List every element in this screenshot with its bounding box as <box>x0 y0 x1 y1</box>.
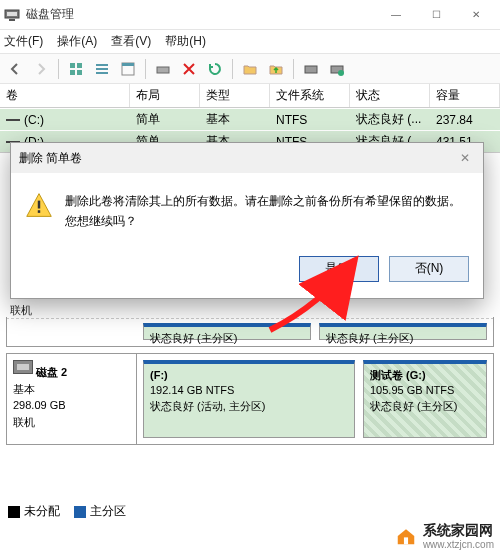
watermark-logo-icon <box>395 525 417 547</box>
col-status[interactable]: 状态 <box>350 84 430 107</box>
view-detail-icon[interactable] <box>117 58 139 80</box>
col-capacity[interactable]: 容量 <box>430 84 500 107</box>
volume-row[interactable]: (C:) 简单 基本 NTFS 状态良好 (... 237.84 <box>0 108 500 130</box>
svg-rect-18 <box>404 537 408 544</box>
svg-point-15 <box>338 70 344 76</box>
disk-add-icon[interactable] <box>326 58 348 80</box>
svg-rect-3 <box>70 63 75 68</box>
dialog-title: 删除 简单卷 <box>19 150 82 167</box>
disk-row: 磁盘 2 基本 298.09 GB 联机 (F:) 192.14 GB NTFS… <box>6 353 494 445</box>
nav-forward-button[interactable] <box>30 58 52 80</box>
minimize-button[interactable]: — <box>376 1 416 29</box>
svg-rect-5 <box>70 70 75 75</box>
watermark: 系统家园网 www.xtzjcn.com <box>395 522 494 550</box>
col-volume[interactable]: 卷 <box>0 84 130 107</box>
legend: 未分配 主分区 <box>8 503 126 520</box>
legend-swatch-primary <box>74 506 86 518</box>
svg-rect-13 <box>305 66 317 73</box>
hdd-icon <box>13 360 33 374</box>
delete-volume-dialog: 删除 简单卷 ✕ 删除此卷将清除其上的所有数据。请在删除之前备份所有希望保留的数… <box>10 142 484 299</box>
partition-g[interactable]: 测试卷 (G:) 105.95 GB NTFS 状态良好 (主分区) <box>363 360 487 438</box>
app-icon <box>4 7 20 23</box>
disk-info: 磁盘 2 基本 298.09 GB 联机 <box>7 354 137 444</box>
properties-icon[interactable] <box>152 58 174 80</box>
svg-rect-6 <box>77 70 82 75</box>
warning-icon <box>25 191 53 219</box>
title-bar: 磁盘管理 — ☐ ✕ <box>0 0 500 30</box>
partition-box[interactable]: 状态良好 (主分区) <box>143 323 311 340</box>
toolbar <box>0 54 500 84</box>
dialog-close-button[interactable]: ✕ <box>455 148 475 168</box>
partition-box[interactable]: 状态良好 (主分区) <box>319 323 487 340</box>
maximize-button[interactable]: ☐ <box>416 1 456 29</box>
view-grid-icon[interactable] <box>65 58 87 80</box>
svg-rect-16 <box>38 201 40 209</box>
svg-rect-4 <box>77 63 82 68</box>
menu-bar: 文件(F) 操作(A) 查看(V) 帮助(H) <box>0 30 500 54</box>
column-header-row: 卷 布局 类型 文件系统 状态 容量 <box>0 84 500 108</box>
svg-rect-11 <box>122 63 134 66</box>
svg-rect-8 <box>96 68 108 70</box>
close-button[interactable]: ✕ <box>456 1 496 29</box>
svg-rect-9 <box>96 72 108 74</box>
col-type[interactable]: 类型 <box>200 84 270 107</box>
menu-file[interactable]: 文件(F) <box>4 33 43 50</box>
menu-view[interactable]: 查看(V) <box>111 33 151 50</box>
svg-rect-1 <box>7 12 17 16</box>
svg-rect-7 <box>96 64 108 66</box>
disk-icon[interactable] <box>300 58 322 80</box>
refresh-icon[interactable] <box>204 58 226 80</box>
svg-rect-12 <box>157 67 169 73</box>
col-layout[interactable]: 布局 <box>130 84 200 107</box>
col-filesystem[interactable]: 文件系统 <box>270 84 350 107</box>
folder-up-icon[interactable] <box>265 58 287 80</box>
nav-back-button[interactable] <box>4 58 26 80</box>
dialog-message: 删除此卷将清除其上的所有数据。请在删除之前备份所有希望保留的数据。您想继续吗？ <box>65 191 469 232</box>
folder-icon[interactable] <box>239 58 261 80</box>
dialog-no-button[interactable]: 否(N) <box>389 256 469 282</box>
dialog-title-bar: 删除 简单卷 ✕ <box>11 143 483 173</box>
dialog-yes-button[interactable]: 是(Y) <box>299 256 379 282</box>
svg-rect-2 <box>9 19 15 21</box>
menu-action[interactable]: 操作(A) <box>57 33 97 50</box>
view-list-icon[interactable] <box>91 58 113 80</box>
delete-icon[interactable] <box>178 58 200 80</box>
svg-rect-17 <box>38 210 40 213</box>
disk-online-label: 联机 <box>10 303 500 318</box>
legend-swatch-unallocated <box>8 506 20 518</box>
disk-row-partial: 状态良好 (主分区) 状态良好 (主分区) <box>6 317 494 347</box>
window-title: 磁盘管理 <box>26 6 376 23</box>
menu-help[interactable]: 帮助(H) <box>165 33 206 50</box>
partition-f[interactable]: (F:) 192.14 GB NTFS 状态良好 (活动, 主分区) <box>143 360 355 438</box>
